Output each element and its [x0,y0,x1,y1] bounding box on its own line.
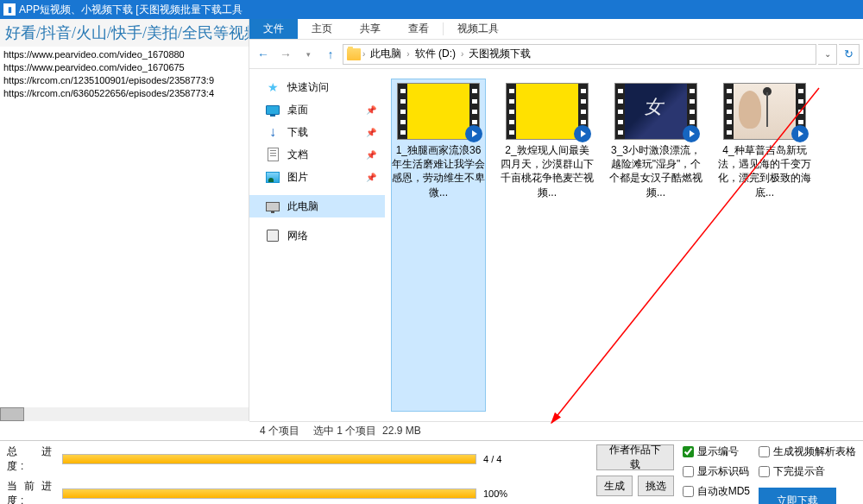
tree-desktop[interactable]: 桌面📌 [249,98,385,121]
author-download-button[interactable]: 作者作品下载 [596,444,674,470]
app-icon: ▮ [3,3,16,16]
auto-md5-checkbox[interactable]: 自动改MD5 [683,484,750,499]
refresh-icon[interactable]: ↻ [839,44,860,65]
url-item[interactable]: https://krcom.cn/1235100901/episodes/235… [3,74,245,87]
current-progress-bar [62,488,476,499]
file-item[interactable]: 4_种草普吉岛新玩法，遇见海的千变万化，漂完到极致的海底... [718,79,811,411]
play-icon [465,125,482,142]
play-icon [574,125,591,142]
url-item[interactable]: https://www.pearvideo.com/video_1670880 [3,48,245,61]
star-icon [265,79,280,95]
tab-view[interactable]: 查看 [394,19,443,39]
current-progress-label: 当前进度: [7,479,55,504]
tree-network[interactable]: 网络 [249,224,385,247]
play-icon [683,125,700,142]
nav-up-icon[interactable]: ↑ [320,44,341,65]
file-name: 4_种草普吉岛新玩法，遇见海的千变万化，漂完到极致的海底... [718,143,811,199]
folder-icon [347,48,361,60]
url-item[interactable]: https://www.pearvideo.com/video_1670675 [3,61,245,74]
desktop-icon [265,102,280,117]
crumb-folder[interactable]: 天图视频下载 [465,47,534,61]
crumb-pc[interactable]: 此电脑 [367,47,405,61]
download-now-button[interactable]: 立即下载 [759,488,836,504]
show-number-checkbox[interactable]: 显示编号 [683,444,750,459]
pin-icon: 📌 [366,150,376,160]
gen-sheet-checkbox[interactable]: 生成视频解析表格 [759,444,856,459]
document-icon [265,147,280,162]
tree-pictures[interactable]: 图片📌 [249,166,385,188]
path-dropdown-icon[interactable]: ⌄ [818,44,837,65]
crumb-drive[interactable]: 软件 (D:) [412,47,459,61]
chevron-right-icon[interactable]: › [406,49,409,59]
current-progress-text: 100% [483,488,507,499]
pin-icon: 📌 [366,173,376,182]
picture-icon [265,169,280,185]
breadcrumb[interactable]: › 此电脑 › 软件 (D:) › 天图视频下载 [343,44,816,65]
chevron-right-icon[interactable]: › [461,49,463,59]
status-selected: 选中 1 个项目 22.9 MB [313,424,421,438]
network-icon [265,228,280,243]
tree-downloads[interactable]: 下载📌 [249,121,385,143]
file-item[interactable]: 1_独腿画家流浪36年生活磨难让我学会感恩，劳动维生不卑微... [392,79,485,411]
nav-tree: 快速访问 桌面📌 下载📌 文档📌 图片📌 此电脑 网络 [249,69,385,421]
left-panel-title: 好看/抖音/火山/快手/美拍/全民等视频 [0,19,249,47]
total-progress-text: 4 / 4 [483,454,501,464]
tab-file[interactable]: 文件 [249,19,298,39]
pin-icon: 📌 [366,105,376,115]
file-item[interactable]: 3_3小时激浪漂流，越险滩玩"湿身"，个个都是女汉子酷燃视频... [609,79,702,411]
horizontal-scrollbar[interactable] [0,407,249,421]
pin-icon: 📌 [366,128,376,137]
download-icon [265,124,280,140]
file-name: 1_独腿画家流浪36年生活磨难让我学会感恩，劳动维生不卑微... [392,143,485,199]
tree-quick-access[interactable]: 快速访问 [249,76,385,98]
file-grid[interactable]: 1_独腿画家流浪36年生活磨难让我学会感恩，劳动维生不卑微... 2_敦煌现人间… [385,69,863,421]
play-icon [791,125,809,142]
pick-button[interactable]: 挑选 [638,476,674,496]
nav-recent-icon[interactable]: ▾ [298,44,318,65]
tab-home[interactable]: 主页 [298,19,346,39]
finish-sound-checkbox[interactable]: 下完提示音 [759,464,856,479]
tree-documents[interactable]: 文档📌 [249,143,385,166]
total-progress-bar [62,454,476,464]
total-progress-label: 总 进 度: [7,444,55,474]
file-name: 3_3小时激浪漂流，越险滩玩"湿身"，个个都是女汉子酷燃视频... [609,143,702,199]
nav-forward-icon: → [275,44,296,65]
file-name: 2_敦煌现人间最美四月天，沙漠群山下千亩桃花争艳麦芒视频... [501,143,594,199]
url-item[interactable]: https://krcom.cn/6360522656/episodes/235… [3,87,245,100]
tree-this-pc[interactable]: 此电脑 [249,195,385,217]
nav-back-icon[interactable]: ← [253,44,274,65]
status-item-count: 4 个项目 [260,424,299,438]
window-title: APP短视频、小视频下载 [天图视频批量下载工具 [19,3,243,17]
tab-video-tools[interactable]: 视频工具 [444,19,513,39]
url-list[interactable]: https://www.pearvideo.com/video_1670880 … [0,47,249,407]
chevron-right-icon[interactable]: › [362,49,365,59]
file-item[interactable]: 2_敦煌现人间最美四月天，沙漠群山下千亩桃花争艳麦芒视频... [501,79,594,411]
tab-share[interactable]: 共享 [346,19,394,39]
generate-button[interactable]: 生成 [596,476,633,496]
show-id-checkbox[interactable]: 显示标识码 [683,464,750,479]
pc-icon [265,198,280,214]
